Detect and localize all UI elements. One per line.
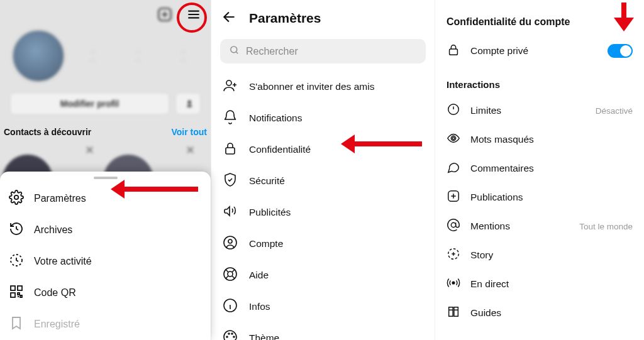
settings-item-ads[interactable]: Publicités bbox=[211, 197, 435, 228]
megaphone-icon bbox=[223, 204, 238, 221]
svg-rect-18 bbox=[450, 49, 458, 55]
edit-profile-button[interactable]: Modifier profil bbox=[10, 93, 169, 114]
interactions-item-story[interactable]: Story bbox=[435, 241, 644, 270]
discover-people-button[interactable] bbox=[175, 93, 201, 114]
interactions-item-label: Publications bbox=[470, 192, 523, 203]
settings-item-label: Sécurité bbox=[249, 175, 285, 187]
user-circle-icon bbox=[223, 235, 238, 253]
interactions-item-live[interactable]: En direct bbox=[435, 270, 644, 299]
interactions-item-comments[interactable]: Commentaires bbox=[435, 154, 644, 183]
menu-item-archives[interactable]: Archives bbox=[0, 214, 211, 246]
interactions-item-label: Mots masqués bbox=[470, 134, 534, 145]
menu-item-label: Enregistré bbox=[34, 319, 80, 330]
close-icon[interactable]: ✕ bbox=[186, 143, 195, 157]
interactions-item-label: En direct bbox=[470, 278, 509, 290]
live-icon bbox=[447, 276, 460, 292]
qr-icon bbox=[9, 284, 24, 302]
hamburger-menu-icon[interactable] bbox=[186, 6, 202, 25]
profile-panel: —————— Modifier profil Contacts à découv… bbox=[0, 0, 211, 340]
svg-point-22 bbox=[451, 222, 455, 227]
gear-icon bbox=[9, 190, 24, 207]
settings-item-label: Notifications bbox=[249, 112, 302, 124]
svg-rect-3 bbox=[11, 286, 15, 290]
menu-item-saved[interactable]: Enregistré bbox=[0, 309, 211, 340]
interactions-item-value: Tout le monde bbox=[579, 222, 633, 231]
interactions-item-posts[interactable]: Publications bbox=[435, 183, 644, 212]
interactions-item-hidden-words[interactable]: Mots masqués bbox=[435, 125, 644, 154]
menu-item-label: Votre activité bbox=[34, 256, 92, 267]
comment-icon bbox=[447, 160, 460, 177]
privacy-item-private-account[interactable]: Compte privé bbox=[435, 36, 644, 65]
new-post-icon[interactable] bbox=[157, 6, 173, 25]
svg-point-7 bbox=[226, 80, 231, 85]
privacy-item-label: Compte privé bbox=[470, 45, 528, 57]
story-icon bbox=[447, 247, 460, 263]
avatar[interactable] bbox=[11, 29, 65, 83]
section-title-interactions: Interactions bbox=[435, 65, 644, 96]
svg-point-6 bbox=[231, 47, 237, 53]
search-icon bbox=[229, 45, 240, 58]
page-title: Paramètres bbox=[249, 11, 321, 26]
svg-point-16 bbox=[231, 333, 233, 334]
at-icon bbox=[447, 218, 460, 234]
plus-square-icon bbox=[447, 189, 460, 206]
profile-stats: —————— bbox=[77, 47, 199, 65]
menu-item-activity[interactable]: Votre activité bbox=[0, 246, 211, 277]
lock-icon bbox=[223, 141, 238, 158]
svg-point-1 bbox=[14, 195, 18, 199]
interactions-item-mentions[interactable]: Mentions Tout le monde bbox=[435, 212, 644, 241]
palette-icon bbox=[223, 329, 238, 340]
settings-item-security[interactable]: Sécurité bbox=[211, 165, 435, 197]
shield-icon bbox=[223, 172, 238, 190]
menu-item-label: Code QR bbox=[34, 287, 76, 299]
settings-item-label: Publicités bbox=[249, 207, 291, 218]
search-input[interactable]: Rechercher bbox=[220, 39, 426, 63]
search-placeholder: Rechercher bbox=[246, 46, 298, 57]
person-plus-icon bbox=[223, 78, 238, 96]
interactions-item-label: Guides bbox=[470, 307, 501, 319]
interactions-item-label: Commentaires bbox=[470, 163, 534, 174]
interactions-item-label: Limites bbox=[470, 105, 501, 116]
menu-item-qr[interactable]: Code QR bbox=[0, 277, 211, 309]
svg-point-12 bbox=[228, 271, 233, 277]
profile-top-area: —————— Modifier profil Contacts à découv… bbox=[0, 0, 211, 193]
settings-panel: Paramètres Rechercher S'abonner et invit… bbox=[211, 0, 435, 340]
menu-item-label: Archives bbox=[34, 224, 72, 236]
interactions-item-guides[interactable]: Guides bbox=[435, 299, 644, 327]
close-icon[interactable]: ✕ bbox=[85, 143, 94, 157]
back-icon[interactable] bbox=[221, 9, 238, 28]
svg-point-24 bbox=[452, 282, 455, 284]
settings-item-label: Aide bbox=[249, 270, 269, 281]
settings-item-account[interactable]: Compte bbox=[211, 228, 435, 260]
bell-icon bbox=[223, 109, 238, 127]
see-all-link[interactable]: Voir tout bbox=[171, 127, 207, 137]
settings-item-theme[interactable]: Thème bbox=[211, 322, 435, 340]
lock-icon bbox=[447, 43, 460, 59]
settings-item-privacy[interactable]: Confidentialité bbox=[211, 134, 435, 165]
info-icon bbox=[223, 298, 238, 315]
svg-point-14 bbox=[226, 336, 228, 337]
settings-item-notifications[interactable]: Notifications bbox=[211, 102, 435, 134]
settings-item-follow-invite[interactable]: S'abonner et inviter des amis bbox=[211, 71, 435, 102]
guides-icon bbox=[447, 305, 460, 321]
section-title-privacy: Confidentialité du compte bbox=[435, 11, 644, 36]
clock-icon bbox=[9, 221, 24, 239]
settings-item-about[interactable]: Infos bbox=[211, 291, 435, 322]
svg-point-15 bbox=[228, 333, 230, 334]
activity-icon bbox=[9, 253, 24, 270]
svg-point-20 bbox=[452, 137, 455, 140]
interactions-item-label: Mentions bbox=[470, 221, 510, 232]
interactions-item-label: Story bbox=[470, 250, 493, 261]
interactions-item-value: Désactivé bbox=[596, 106, 633, 116]
drag-handle[interactable] bbox=[94, 177, 118, 179]
privacy-panel: Confidentialité du compte Compte privé I… bbox=[435, 0, 644, 340]
interactions-item-limits[interactable]: Limites Désactivé bbox=[435, 96, 644, 125]
limits-icon bbox=[447, 102, 460, 119]
lifebuoy-icon bbox=[223, 266, 238, 284]
private-account-toggle[interactable] bbox=[608, 44, 633, 58]
svg-rect-4 bbox=[18, 286, 22, 290]
settings-item-help[interactable]: Aide bbox=[211, 260, 435, 291]
settings-item-label: Thème bbox=[249, 332, 279, 340]
svg-rect-8 bbox=[226, 148, 235, 154]
settings-item-label: S'abonner et inviter des amis bbox=[249, 81, 374, 92]
